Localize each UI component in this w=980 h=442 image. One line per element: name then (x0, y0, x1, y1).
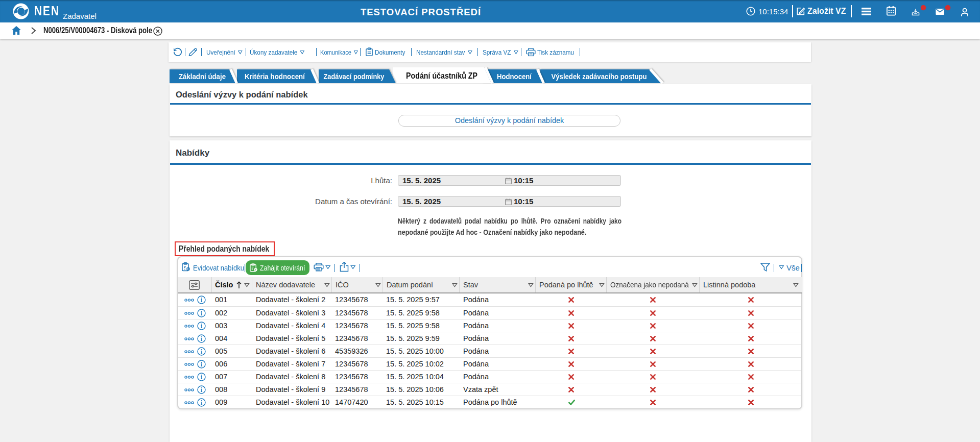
svg-text:Základní údaje: Základní údaje (179, 72, 226, 81)
svg-text:Kritéria hodnocení: Kritéria hodnocení (245, 72, 305, 81)
svg-text:Podání účastníků ZP: Podání účastníků ZP (406, 71, 477, 80)
svg-text:Hodnocení: Hodnocení (497, 72, 532, 81)
svg-text:Zadávací podmínky: Zadávací podmínky (324, 72, 385, 81)
svg-text:Výsledek zadávacího postupu: Výsledek zadávacího postupu (552, 72, 647, 81)
